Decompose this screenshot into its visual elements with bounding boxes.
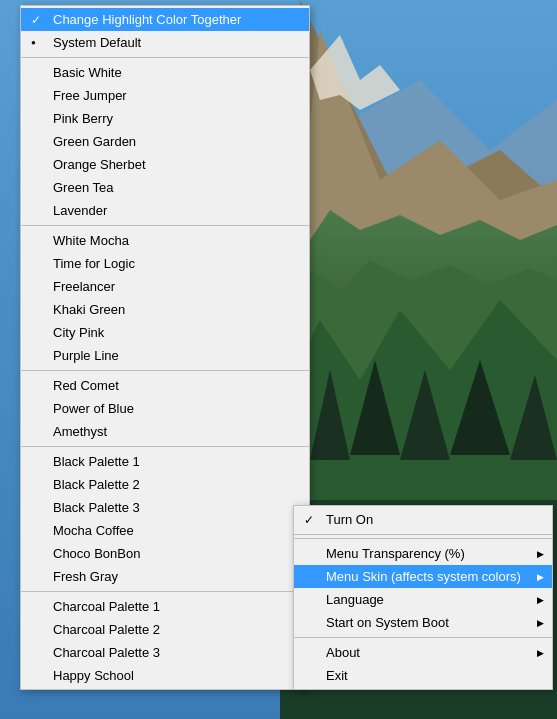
left-menu-item-charcoal-palette-3[interactable]: Charcoal Palette 3	[21, 641, 309, 664]
menu-item-label: Green Garden	[53, 134, 301, 149]
menu-item-label: Pink Berry	[53, 111, 301, 126]
left-menu-item-time-for-logic[interactable]: Time for Logic	[21, 252, 309, 275]
menu-item-label: About	[326, 645, 544, 660]
menu-item-label: Language	[326, 592, 544, 607]
left-menu-item-choco-bonbon[interactable]: Choco BonBon	[21, 542, 309, 565]
left-menu-item-khaki-green[interactable]: Khaki Green	[21, 298, 309, 321]
left-menu-item-free-jumper[interactable]: Free Jumper	[21, 84, 309, 107]
menu-item-label: Black Palette 3	[53, 500, 301, 515]
menu-item-label: Red Comet	[53, 378, 301, 393]
menu-item-label: Basic White	[53, 65, 301, 80]
left-menu-item-purple-line[interactable]: Purple Line	[21, 344, 309, 367]
left-menu-item-happy-school[interactable]: Happy School	[21, 664, 309, 687]
left-menu-item-charcoal-palette-2[interactable]: Charcoal Palette 2	[21, 618, 309, 641]
menu-item-label: Charcoal Palette 2	[53, 622, 301, 637]
left-menu-item-power-of-blue[interactable]: Power of Blue	[21, 397, 309, 420]
menu-item-label: City Pink	[53, 325, 301, 340]
right-menu-item-turn-on[interactable]: Turn On	[294, 508, 552, 531]
left-menu-item-red-comet[interactable]: Red Comet	[21, 374, 309, 397]
menu-item-label: Exit	[326, 668, 544, 683]
menu-item-label: Charcoal Palette 1	[53, 599, 301, 614]
right-menu-item-exit[interactable]: Exit	[294, 664, 552, 687]
menu-item-label: Green Tea	[53, 180, 301, 195]
menu-item-label: Change Highlight Color Together	[53, 12, 301, 27]
left-menu-item-black-palette-3[interactable]: Black Palette 3	[21, 496, 309, 519]
menu-separator	[21, 225, 309, 226]
menu-item-label: Turn On	[326, 512, 544, 527]
menu-item-label: Black Palette 1	[53, 454, 301, 469]
left-menu-item-fresh-gray[interactable]: Fresh Gray	[21, 565, 309, 588]
left-menu-item-black-palette-1[interactable]: Black Palette 1	[21, 450, 309, 473]
menu-item-label: Khaki Green	[53, 302, 301, 317]
left-menu-item-pink-berry[interactable]: Pink Berry	[21, 107, 309, 130]
menu-item-label: Black Palette 2	[53, 477, 301, 492]
right-menu-item-menu-skin[interactable]: Menu Skin (affects system colors)	[294, 565, 552, 588]
menu-item-label: Fresh Gray	[53, 569, 301, 584]
left-menu-item-green-tea[interactable]: Green Tea	[21, 176, 309, 199]
menu-item-label: Charcoal Palette 3	[53, 645, 301, 660]
right-menu-separator	[294, 534, 552, 535]
right-menu-item-about[interactable]: About	[294, 641, 552, 664]
left-menu-item-lavender[interactable]: Lavender	[21, 199, 309, 222]
menu-item-label: Menu Transparency (%)	[326, 546, 544, 561]
menu-separator	[21, 370, 309, 371]
menu-item-label: Mocha Coffee	[53, 523, 301, 538]
menu-item-label: Happy School	[53, 668, 301, 683]
menu-item-label: Power of Blue	[53, 401, 301, 416]
right-menu: Turn OnMenu Transparency (%)Menu Skin (a…	[293, 505, 553, 690]
menu-item-label: White Mocha	[53, 233, 301, 248]
right-menu-separator	[294, 538, 552, 539]
left-menu-item-mocha-coffee[interactable]: Mocha Coffee	[21, 519, 309, 542]
left-menu-item-charcoal-palette-1[interactable]: Charcoal Palette 1	[21, 595, 309, 618]
right-menu-item-start-on-boot[interactable]: Start on System Boot	[294, 611, 552, 634]
left-menu-item-green-garden[interactable]: Green Garden	[21, 130, 309, 153]
left-menu-item-change-highlight[interactable]: Change Highlight Color Together	[21, 8, 309, 31]
menu-separator	[21, 57, 309, 58]
right-menu-item-language[interactable]: Language	[294, 588, 552, 611]
right-menu-item-menu-transparency[interactable]: Menu Transparency (%)	[294, 542, 552, 565]
left-menu-item-orange-sherbet[interactable]: Orange Sherbet	[21, 153, 309, 176]
left-menu-item-amethyst[interactable]: Amethyst	[21, 420, 309, 443]
left-menu-item-system-default[interactable]: System Default	[21, 31, 309, 54]
menu-item-label: Menu Skin (affects system colors)	[326, 569, 544, 584]
left-menu-item-city-pink[interactable]: City Pink	[21, 321, 309, 344]
menu-item-label: System Default	[53, 35, 301, 50]
menu-item-label: Purple Line	[53, 348, 301, 363]
menu-item-label: Orange Sherbet	[53, 157, 301, 172]
left-menu-item-white-mocha[interactable]: White Mocha	[21, 229, 309, 252]
menu-separator	[21, 591, 309, 592]
menu-item-label: Amethyst	[53, 424, 301, 439]
right-menu-separator	[294, 637, 552, 638]
menu-item-label: Choco BonBon	[53, 546, 301, 561]
menu-item-label: Lavender	[53, 203, 301, 218]
menu-item-label: Freelancer	[53, 279, 301, 294]
left-menu-item-freelancer[interactable]: Freelancer	[21, 275, 309, 298]
menu-separator	[21, 446, 309, 447]
left-menu-item-basic-white[interactable]: Basic White	[21, 61, 309, 84]
menu-item-label: Free Jumper	[53, 88, 301, 103]
left-menu-item-black-palette-2[interactable]: Black Palette 2	[21, 473, 309, 496]
left-menu: Change Highlight Color TogetherSystem De…	[20, 5, 310, 690]
menu-item-label: Time for Logic	[53, 256, 301, 271]
menu-item-label: Start on System Boot	[326, 615, 544, 630]
